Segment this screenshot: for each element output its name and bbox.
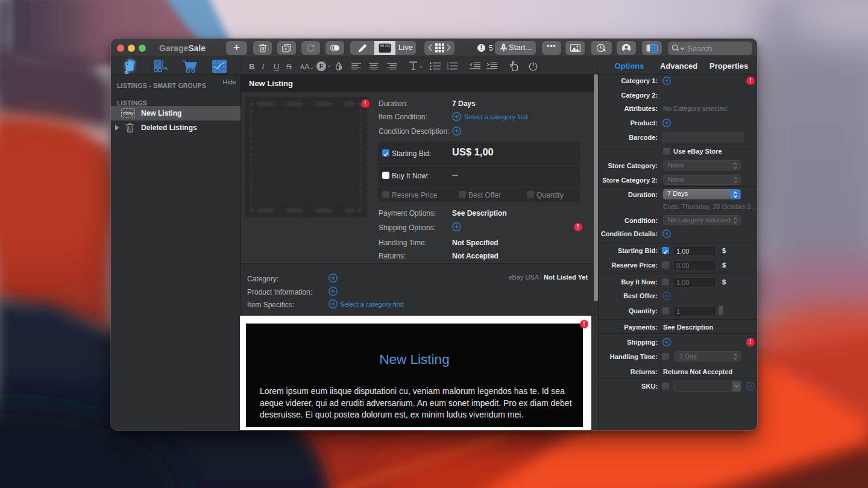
svg-text:3: 3: [447, 67, 448, 70]
